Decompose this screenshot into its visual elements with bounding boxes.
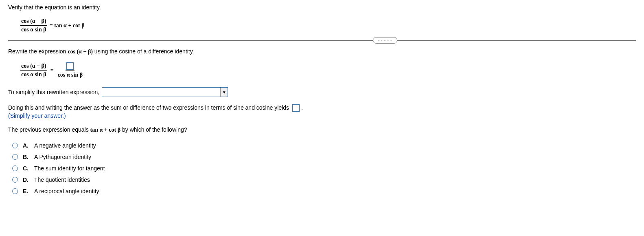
rewrite-instruction: Rewrite the expression cos (α − β) using… <box>8 48 636 55</box>
numerator-input[interactable] <box>66 62 74 70</box>
option-letter: D. <box>23 176 29 183</box>
option-text: The sum identity for tangent <box>34 165 105 172</box>
rewrite-lhs-num: cos (α − β) <box>20 63 47 71</box>
option-letter: A. <box>23 142 29 149</box>
option-letter: C. <box>23 165 29 172</box>
rhs-expression: = tan α + cot β <box>50 22 85 29</box>
dropdown-arrow-icon[interactable]: ▼ <box>220 88 228 97</box>
radio-e[interactable] <box>12 188 18 194</box>
main-equation: cos (α − β) cos α sin β = tan α + cot β <box>20 18 636 33</box>
rewrite-rhs-den: cos α sin β <box>57 71 83 78</box>
option-text: A negative angle identity <box>34 142 96 149</box>
option-b[interactable]: B. A Pythagorean identity <box>12 154 636 160</box>
lhs-numerator: cos (α − β) <box>20 18 47 26</box>
yields-period: . <box>301 104 303 111</box>
option-letter: B. <box>23 154 29 160</box>
simplify-dropdown[interactable]: ▼ <box>102 87 228 97</box>
lhs-denominator: cos α sin β <box>20 26 47 33</box>
equals-sign: = <box>50 67 54 74</box>
rewrite-pre: Rewrite the expression <box>8 48 68 55</box>
option-d[interactable]: D. The quotient identities <box>12 176 636 183</box>
option-text: The quotient identities <box>34 176 90 183</box>
question-expression: tan α + cot β <box>90 127 121 133</box>
radio-d[interactable] <box>12 177 18 183</box>
final-question: The previous expression equals tan α + c… <box>8 126 636 133</box>
question-post: by which of the following? <box>120 126 187 133</box>
radio-c[interactable] <box>12 165 18 171</box>
options-list: A. A negative angle identity B. A Pythag… <box>12 142 636 194</box>
section-divider: - - - - - <box>8 40 636 41</box>
yields-row: Doing this and writing the answer as the… <box>8 104 636 112</box>
rewrite-rhs-num <box>66 62 74 71</box>
rewrite-post: using the cosine of a difference identit… <box>93 48 194 55</box>
simplify-hint: (Simplify your answer.) <box>8 112 636 119</box>
verify-instruction: Verify that the equation is an identity. <box>8 4 636 11</box>
rewrite-equation: cos (α − β) cos α sin β = cos α sin β <box>20 62 636 78</box>
radio-b[interactable] <box>12 154 18 160</box>
divider-toggle[interactable]: - - - - - <box>373 37 397 44</box>
option-e[interactable]: E. A reciprocal angle identity <box>12 188 636 194</box>
option-letter: E. <box>23 188 29 194</box>
rewrite-lhs-den: cos α sin β <box>20 71 47 78</box>
simplify-row: To simplify this rewritten expression, ▼ <box>8 87 636 97</box>
question-pre: The previous expression equals <box>8 126 90 133</box>
option-a[interactable]: A. A negative angle identity <box>12 142 636 149</box>
option-text: A reciprocal angle identity <box>34 188 99 194</box>
option-text: A Pythagorean identity <box>34 154 91 160</box>
yields-text: Doing this and writing the answer as the… <box>8 104 289 111</box>
rewrite-expression: cos (α − β) <box>68 49 93 55</box>
radio-a[interactable] <box>12 143 18 148</box>
simplify-text: To simplify this rewritten expression, <box>8 89 99 95</box>
yields-input[interactable] <box>292 104 300 112</box>
option-c[interactable]: C. The sum identity for tangent <box>12 165 636 172</box>
